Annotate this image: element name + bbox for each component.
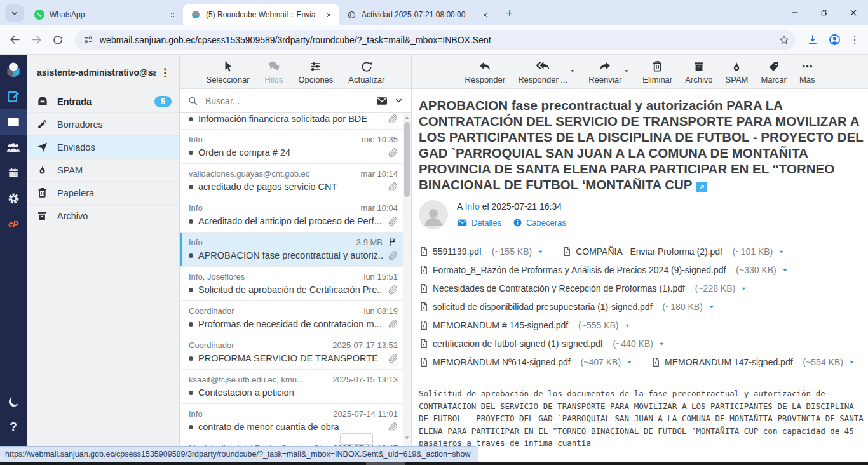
new-tab-button[interactable]: + — [501, 4, 519, 22]
tab-actividad[interactable]: Actividad 2025-07-21 08:00:00 — [339, 4, 496, 25]
message-date: lun 08:19 — [364, 306, 398, 316]
unread-dot — [189, 151, 193, 155]
back-button[interactable] — [4, 29, 25, 51]
message-subject: Solicitud de aprobación de Certificación… — [198, 285, 383, 295]
message-row[interactable]: Información financiera solicitada por BD… — [180, 113, 403, 130]
attachment-menu-icon[interactable] — [848, 359, 855, 366]
select-button[interactable]: Seleccionar — [207, 60, 250, 84]
message-row[interactable]: Info, Josefloreslun 15:51 Solicitud de a… — [180, 267, 403, 301]
attachment-menu-icon[interactable] — [537, 248, 544, 255]
attachment-item[interactable]: solicitud de disponibilidad presupuestar… — [419, 302, 715, 312]
sidebar-item-borradores[interactable]: Borradores — [27, 113, 179, 136]
flag-icon[interactable] — [388, 237, 398, 247]
url-text[interactable]: webmail.sanjuan.gob.ec/cpsess1535909589/… — [100, 35, 775, 45]
compose-button[interactable] — [0, 84, 27, 109]
delete-button[interactable]: Eliminar — [642, 60, 672, 84]
attachment-menu-icon[interactable] — [740, 285, 747, 292]
recipient-link[interactable]: Info — [465, 201, 479, 212]
browser-menu-button[interactable]: ⋮ — [845, 29, 864, 51]
attachment-item[interactable]: 5591139.pdf (~155 KB) — [419, 246, 544, 257]
attachment-item[interactable]: MEMORANDUM 147-signed.pdf (~554 KB) — [651, 357, 855, 367]
tab-roundcube[interactable]: (5) Roundcube Webmail :: Envia — [183, 4, 339, 25]
scroll-up-icon[interactable]: ▲ — [403, 114, 411, 120]
account-menu-button[interactable]: ⋮ — [156, 66, 174, 79]
message-row-selected[interactable]: Info3.9 MB APROBACION fase precontractua… — [180, 232, 403, 267]
refresh-button[interactable]: Actualizar — [348, 60, 384, 84]
tab-close-icon[interactable] — [479, 9, 491, 20]
search-options-chevron-icon[interactable] — [394, 96, 403, 105]
forward-button[interactable] — [25, 29, 47, 51]
tab-close-icon[interactable] — [323, 9, 334, 20]
search-input[interactable] — [204, 95, 370, 107]
status-bar: https://webmail.sanjuan.gob.ec/cpsess153… — [0, 446, 478, 462]
address-bar[interactable]: webmail.sanjuan.gob.ec/cpsess1535909589/… — [75, 30, 796, 50]
bookmark-star-icon[interactable] — [775, 31, 793, 49]
attachment-menu-icon[interactable] — [624, 322, 631, 329]
maximize-button[interactable] — [810, 0, 839, 25]
scrollbar-thumb[interactable] — [404, 122, 410, 197]
unread-dot — [189, 253, 193, 258]
sidebar-item-enviados[interactable]: Enviados — [27, 136, 179, 159]
attachment-menu-icon[interactable] — [626, 359, 633, 366]
attachment-icon — [388, 354, 398, 363]
attachment-menu-icon[interactable] — [708, 304, 715, 311]
message-row[interactable]: ksaait@fcjse.utb.edu.ec, kmu...2025-07-1… — [180, 370, 403, 404]
attachment-item[interactable]: MEMORÁNDUM Nº614-signed.pdf (~407 KB) — [419, 357, 633, 367]
list-page-control[interactable] — [340, 433, 373, 445]
spam-button[interactable]: SPAM — [726, 60, 749, 84]
attachment-menu-icon[interactable] — [778, 248, 785, 255]
tab-close-icon[interactable] — [166, 9, 178, 20]
list-scrollbar[interactable]: ▲ ▼ — [403, 113, 411, 465]
scroll-down-icon[interactable]: ▼ — [403, 435, 411, 441]
mail-nav-button[interactable] — [0, 109, 27, 135]
message-row[interactable]: Infomié 10:35 Orden de compra # 24 — [180, 130, 403, 164]
calendar-nav-button[interactable] — [0, 160, 27, 185]
attachment-item[interactable]: Formato_8_Razón de Proformas y Análisis … — [419, 265, 789, 275]
help-button[interactable]: ? — [0, 414, 27, 440]
attachment-item[interactable]: COMPAÑIA - Enviar Proforma (2).pdf (~101… — [562, 246, 785, 257]
attachment-item[interactable]: certificacion de futbol-signed (1)-signe… — [419, 339, 665, 349]
mark-button[interactable]: Marcar — [761, 60, 786, 84]
site-settings-icon[interactable] — [83, 34, 93, 45]
reply-all-button[interactable]: Responder ... — [518, 58, 567, 84]
tab-whatsapp[interactable]: WhatsApp — [27, 4, 183, 25]
reply-all-dropdown-icon[interactable] — [569, 68, 576, 74]
message-list-pane: Seleccionar Hilos Opciones Actualizar In… — [180, 55, 412, 465]
more-button[interactable]: Más — [799, 60, 815, 84]
profile-button[interactable] — [824, 29, 845, 51]
open-in-new-window-icon[interactable] — [696, 182, 707, 192]
sidebar-item-archivo[interactable]: Archivo — [27, 205, 179, 227]
headers-link[interactable]: Cabeceras — [513, 218, 566, 227]
reload-button[interactable] — [47, 29, 69, 51]
minimize-button[interactable] — [780, 0, 810, 25]
threads-button[interactable]: Hilos — [265, 59, 283, 84]
tab-search-button[interactable] — [5, 4, 24, 22]
message-row[interactable]: Coordinador2025-07-17 13:52 PROFORMA SER… — [180, 335, 403, 370]
whatsapp-icon — [34, 10, 44, 20]
settings-nav-button[interactable] — [0, 185, 27, 211]
attachment-menu-icon[interactable] — [658, 340, 665, 347]
attachment-menu-icon[interactable] — [782, 267, 789, 274]
message-row[interactable]: Infomar 10:04 Acreditado del anticipo de… — [180, 198, 403, 232]
search-scope-envelope-icon[interactable] — [376, 95, 388, 107]
forward-button[interactable]: Reenviar — [588, 59, 621, 84]
sidebar-item-entrada[interactable]: Entrada 5 — [27, 90, 179, 113]
options-button[interactable]: Opciones — [298, 60, 333, 84]
attachment-item[interactable]: MEMORANDUM # 145-signed.pdf (~555 KB) — [419, 320, 631, 330]
forward-dropdown-icon[interactable] — [623, 68, 630, 74]
contacts-nav-button[interactable] — [0, 135, 27, 160]
downloads-button[interactable] — [802, 29, 824, 51]
attachment-item[interactable]: Necesidades de Contratación y Recepción … — [419, 283, 747, 293]
archive-button[interactable]: Archivo — [685, 60, 712, 84]
message-row[interactable]: Coordinadorlun 08:19 Proformas de necesi… — [180, 301, 403, 335]
message-row[interactable]: validaciones.guayas@cnt.gob.ecmar 10:14 … — [180, 164, 403, 198]
reply-button[interactable]: Responder — [465, 59, 506, 84]
details-link[interactable]: Detalles — [457, 217, 501, 228]
close-button[interactable] — [839, 0, 868, 25]
roundcube-app: cP ? asistente-administrativo@sa... ⋮ En… — [0, 55, 868, 465]
inbox-icon — [36, 95, 49, 108]
sidebar-item-papelera[interactable]: Papelera — [27, 182, 179, 205]
dark-mode-toggle[interactable] — [0, 389, 27, 414]
cpanel-button[interactable]: cP — [0, 211, 27, 236]
sidebar-item-spam[interactable]: SPAM — [27, 159, 179, 182]
